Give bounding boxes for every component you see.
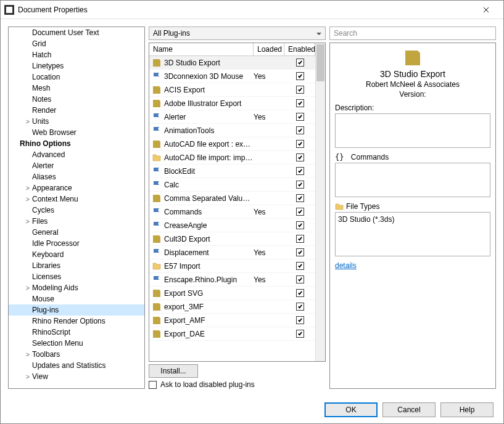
close-button[interactable] (472, 1, 500, 18)
tree-item[interactable]: Location (9, 71, 144, 83)
grid-scrollbar[interactable] (315, 43, 325, 361)
ask-disabled-checkbox[interactable] (149, 381, 157, 389)
enabled-checkbox[interactable] (296, 99, 304, 107)
tree-item[interactable]: Selection Menu (9, 338, 144, 349)
tree-item[interactable]: Rhino Render Options (9, 316, 144, 327)
tree-item[interactable]: Licenses (9, 271, 144, 282)
tree-item[interactable]: Advanced (9, 149, 144, 160)
enabled-checkbox[interactable] (296, 208, 304, 216)
plugin-row[interactable]: 3D Studio Export (149, 56, 315, 70)
tree-item[interactable]: >Appearance (9, 182, 144, 194)
flag-icon (152, 180, 162, 190)
tree-item[interactable]: >Context Menu (9, 194, 144, 205)
plugin-row[interactable]: 3Dconnexion 3D MouseYes (149, 70, 315, 83)
tree-item[interactable]: Updates and Statistics (9, 360, 144, 371)
install-button[interactable]: Install... (149, 364, 198, 378)
plugin-row[interactable]: Adobe Illustrator Export (149, 97, 315, 110)
plugin-row[interactable]: Enscape.Rhino.PluginYes (149, 273, 315, 287)
tree-item[interactable]: >Toolbars (9, 349, 144, 360)
tree-item[interactable]: Hatch (9, 49, 144, 60)
tree-item-label: Modeling Aids (32, 283, 78, 292)
plugin-row[interactable]: CreaseAngle (149, 219, 315, 232)
tree-item[interactable]: >View (9, 371, 144, 382)
tree-item[interactable]: Render (9, 105, 144, 116)
plugin-row[interactable]: AutoCAD file export : export_ACAD (149, 137, 315, 151)
enabled-checkbox[interactable] (296, 316, 304, 324)
plugin-row[interactable]: ACIS Export (149, 83, 315, 97)
plugin-row[interactable]: export_3MF (149, 300, 315, 314)
enabled-checkbox[interactable] (296, 72, 304, 80)
tree-item[interactable]: Idle Processor (9, 238, 144, 249)
plugin-row[interactable]: AlerterYes (149, 110, 315, 124)
plugin-row[interactable]: AutoCAD file import: import_ACAD (149, 151, 315, 165)
tree-item[interactable]: General (9, 227, 144, 238)
plugin-row[interactable]: Export_AMF (149, 314, 315, 327)
plugin-enabled-cell (284, 167, 315, 176)
tree-item[interactable]: Web Browser (9, 127, 144, 138)
plugin-row[interactable]: Export SVG (149, 287, 315, 300)
enabled-checkbox[interactable] (296, 113, 304, 121)
plugin-row[interactable]: CommandsYes (149, 205, 315, 219)
tree-item[interactable]: Libraries (9, 260, 144, 271)
plugin-enabled-cell (284, 153, 315, 162)
tree-item[interactable]: RhinoScript (9, 327, 144, 338)
cancel-button[interactable]: Cancel (382, 402, 436, 417)
col-enabled[interactable]: Enabled (284, 43, 315, 55)
tree-item[interactable]: Rhino Options (9, 138, 144, 149)
options-tree[interactable]: Document User TextGridHatchLinetypesLoca… (8, 26, 145, 389)
save-icon (152, 58, 162, 68)
tree-item[interactable]: Notes (9, 94, 144, 105)
enabled-checkbox[interactable] (296, 59, 304, 67)
titlebar: Document Properties (1, 1, 503, 19)
tree-item[interactable]: Aliases (9, 171, 144, 182)
plugins-grid-body[interactable]: Name Loaded Enabled 3D Studio Export3Dco… (149, 43, 315, 361)
scrollbar-thumb[interactable] (316, 44, 324, 81)
plugin-name: AutoCAD file export : export_ACAD (164, 140, 254, 149)
tree-item[interactable]: Mesh (9, 83, 144, 94)
plugin-row[interactable]: AnimationTools (149, 124, 315, 137)
search-input[interactable]: Search (329, 26, 496, 40)
plugin-loaded: Yes (254, 275, 284, 284)
enabled-checkbox[interactable] (296, 330, 304, 338)
col-name[interactable]: Name (149, 43, 254, 55)
enabled-checkbox[interactable] (296, 167, 304, 175)
enabled-checkbox[interactable] (296, 126, 304, 134)
plugin-row[interactable]: Calc (149, 178, 315, 192)
plugin-row[interactable]: Export_DAE (149, 327, 315, 341)
tree-item[interactable]: Keyboard (9, 249, 144, 260)
tree-item-label: Hatch (32, 51, 51, 59)
plugin-row[interactable]: E57 Import (149, 259, 315, 273)
enabled-checkbox[interactable] (296, 275, 304, 283)
ok-button[interactable]: OK (324, 402, 378, 417)
tree-item[interactable]: Linetypes (9, 60, 144, 71)
enabled-checkbox[interactable] (296, 221, 304, 229)
enabled-checkbox[interactable] (296, 194, 304, 202)
enabled-checkbox[interactable] (296, 235, 304, 243)
tree-item[interactable]: Mouse (9, 293, 144, 304)
enabled-checkbox[interactable] (296, 248, 304, 256)
enabled-checkbox[interactable] (296, 289, 304, 297)
enabled-checkbox[interactable] (296, 140, 304, 148)
tree-item[interactable]: Plug-ins (9, 304, 144, 316)
plugin-row[interactable]: BlockEdit (149, 165, 315, 178)
enabled-checkbox[interactable] (296, 153, 304, 161)
enabled-checkbox[interactable] (296, 181, 304, 189)
col-loaded[interactable]: Loaded (254, 43, 284, 55)
plugin-row[interactable]: DisplacementYes (149, 246, 315, 259)
plugin-enabled-cell (284, 59, 315, 67)
filter-dropdown[interactable]: All Plug-ins (149, 26, 326, 40)
tree-item[interactable]: >Files (9, 216, 144, 227)
tree-item[interactable]: >Modeling Aids (9, 282, 144, 293)
help-button[interactable]: Help (440, 402, 494, 417)
enabled-checkbox[interactable] (296, 262, 304, 270)
plugin-row[interactable]: Comma Separated Value Export (149, 192, 315, 205)
tree-item[interactable]: Cycles (9, 205, 144, 216)
tree-item[interactable]: Document User Text (9, 27, 144, 38)
tree-item[interactable]: >Units (9, 116, 144, 127)
tree-item[interactable]: Grid (9, 38, 144, 49)
enabled-checkbox[interactable] (296, 303, 304, 311)
tree-item[interactable]: Alerter (9, 160, 144, 171)
enabled-checkbox[interactable] (296, 86, 304, 94)
details-link[interactable]: details (335, 261, 490, 270)
plugin-row[interactable]: Cult3D Export (149, 232, 315, 246)
